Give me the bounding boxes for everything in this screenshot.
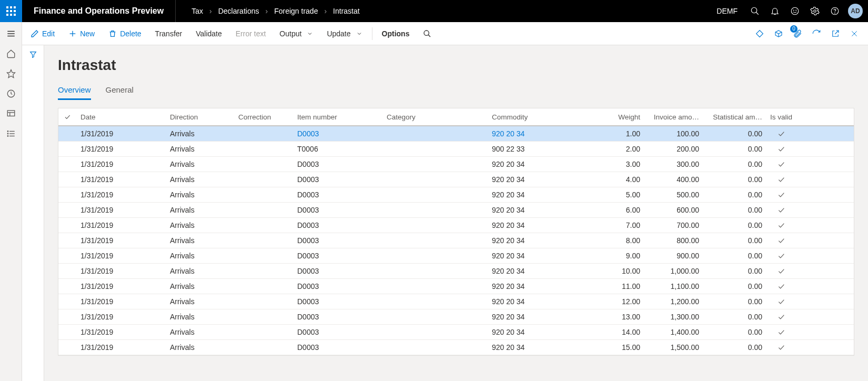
feedback-button[interactable] xyxy=(785,0,805,22)
options-button[interactable]: Options xyxy=(376,26,416,41)
cell-is-valid xyxy=(766,328,796,336)
table-row[interactable]: 1/31/2019ArrivalsD0003920 20 3410.001,00… xyxy=(58,264,854,279)
cell-weight: 15.00 xyxy=(593,343,644,352)
tab-general[interactable]: General xyxy=(106,83,134,100)
form-content: Intrastat Overview General Date Directio… xyxy=(44,45,868,381)
cell-is-valid xyxy=(766,206,796,214)
cell-invoice-amount: 900.00 xyxy=(644,252,703,260)
svg-rect-6 xyxy=(6,14,8,16)
table-row[interactable]: 1/31/2019ArrivalsD0003920 20 3411.001,10… xyxy=(58,279,854,294)
open-excel-button[interactable] xyxy=(769,24,788,43)
validate-button[interactable]: Validate xyxy=(189,26,228,41)
cell-direction: Arrivals xyxy=(166,190,234,199)
table-row[interactable]: 1/31/2019ArrivalsD0003920 20 341.00100.0… xyxy=(58,126,854,142)
settings-button[interactable] xyxy=(805,0,825,22)
table-row[interactable]: 1/31/2019ArrivalsD0003920 20 344.00400.0… xyxy=(58,172,854,187)
popout-button[interactable] xyxy=(826,24,845,43)
close-button[interactable] xyxy=(845,24,864,43)
favorites-button[interactable] xyxy=(6,68,16,79)
attachments-button[interactable]: 0 xyxy=(788,24,807,43)
output-dropdown[interactable]: Output xyxy=(273,26,319,41)
svg-point-36 xyxy=(7,133,8,134)
nav-toggle-button[interactable] xyxy=(0,22,22,45)
notifications-button[interactable] xyxy=(765,0,785,22)
header-right: DEMF AD xyxy=(709,0,868,22)
column-invoice-amount[interactable]: Invoice amo… xyxy=(644,113,703,121)
cell-weight: 6.00 xyxy=(593,206,644,214)
refresh-button[interactable] xyxy=(807,24,826,43)
filter-button[interactable] xyxy=(29,51,37,61)
breadcrumb-item[interactable]: Intrastat xyxy=(329,7,364,15)
cell-date: 1/31/2019 xyxy=(76,175,166,184)
column-is-valid[interactable]: Is valid xyxy=(766,113,796,121)
new-button[interactable]: New xyxy=(62,26,101,41)
edit-button[interactable]: Edit xyxy=(24,26,61,41)
column-date[interactable]: Date xyxy=(76,113,166,121)
table-row[interactable]: 1/31/2019ArrivalsD0003920 20 343.00300.0… xyxy=(58,157,854,172)
modules-button[interactable] xyxy=(6,128,16,139)
table-row[interactable]: 1/31/2019ArrivalsD0003920 20 349.00900.0… xyxy=(58,248,854,264)
column-commodity[interactable]: Commodity xyxy=(488,113,593,121)
table-row[interactable]: 1/31/2019ArrivalsT0006900 22 332.00200.0… xyxy=(58,142,854,157)
cell-direction: Arrivals xyxy=(166,297,234,306)
breadcrumb-item[interactable]: Tax xyxy=(187,7,207,15)
table-row[interactable]: 1/31/2019ArrivalsD0003920 20 345.00500.0… xyxy=(58,187,854,203)
tab-overview[interactable]: Overview xyxy=(58,83,91,100)
cell-statistical-amount: 0.00 xyxy=(703,175,766,184)
home-button[interactable] xyxy=(6,48,16,59)
column-item-number[interactable]: Item number xyxy=(293,113,382,121)
cell-is-valid xyxy=(766,343,796,352)
table-row[interactable]: 1/31/2019ArrivalsD0003920 20 347.00700.0… xyxy=(58,218,854,233)
cell-is-valid xyxy=(766,236,796,245)
cell-date: 1/31/2019 xyxy=(76,252,166,260)
svg-point-35 xyxy=(7,131,8,132)
table-row[interactable]: 1/31/2019ArrivalsD0003920 20 3413.001,30… xyxy=(58,309,854,325)
delete-button[interactable]: Delete xyxy=(102,26,147,41)
app-launcher-button[interactable] xyxy=(0,0,22,22)
company-label[interactable]: DEMF xyxy=(709,7,745,15)
smile-icon xyxy=(790,6,800,16)
recent-button[interactable] xyxy=(6,88,16,99)
check-icon xyxy=(777,236,785,245)
breadcrumb-item[interactable]: Declarations xyxy=(214,7,264,15)
svg-point-13 xyxy=(796,10,796,11)
cell-direction: Arrivals xyxy=(166,236,234,245)
svg-point-12 xyxy=(793,10,794,11)
workspaces-button[interactable] xyxy=(6,108,16,119)
table-row[interactable]: 1/31/2019ArrivalsD0003920 20 348.00800.0… xyxy=(58,233,854,248)
column-weight[interactable]: Weight xyxy=(593,113,644,121)
update-dropdown[interactable]: Update xyxy=(320,26,368,41)
svg-rect-5 xyxy=(14,10,16,12)
search-icon xyxy=(423,29,431,38)
filter-rail xyxy=(22,45,44,381)
breadcrumb-item[interactable]: Foreign trade xyxy=(270,7,322,15)
table-row[interactable]: 1/31/2019ArrivalsD0003920 20 346.00600.0… xyxy=(58,203,854,218)
cell-weight: 14.00 xyxy=(593,328,644,336)
table-row[interactable]: 1/31/2019ArrivalsD0003920 20 3414.001,40… xyxy=(58,325,854,340)
plus-icon xyxy=(68,29,77,38)
transfer-button[interactable]: Transfer xyxy=(149,26,189,41)
help-button[interactable] xyxy=(825,0,845,22)
column-category[interactable]: Category xyxy=(382,113,488,121)
column-statistical-amount[interactable]: Statistical am… xyxy=(703,113,766,121)
select-all-column[interactable] xyxy=(58,113,76,121)
cell-is-valid xyxy=(766,297,796,306)
svg-point-22 xyxy=(424,31,429,35)
table-row[interactable]: 1/31/2019ArrivalsD0003920 20 3412.001,20… xyxy=(58,294,854,309)
cell-invoice-amount: 300.00 xyxy=(644,160,703,168)
user-avatar[interactable]: AD xyxy=(848,4,863,18)
table-row[interactable]: 1/31/2019ArrivalsD0003920 20 3415.001,50… xyxy=(58,340,854,355)
column-correction[interactable]: Correction xyxy=(234,113,293,121)
svg-rect-1 xyxy=(10,6,12,8)
grid-body: 1/31/2019ArrivalsD0003920 20 341.00100.0… xyxy=(58,126,854,355)
search-button[interactable] xyxy=(745,0,765,22)
column-direction[interactable]: Direction xyxy=(166,113,234,121)
find-button[interactable] xyxy=(417,26,438,41)
cell-item-number: D0003 xyxy=(293,160,382,168)
svg-rect-4 xyxy=(10,10,12,12)
chevron-down-icon xyxy=(356,31,362,37)
cell-weight: 7.00 xyxy=(593,221,644,229)
cell-commodity: 920 20 34 xyxy=(488,236,593,245)
related-info-button[interactable] xyxy=(750,24,769,43)
cell-weight: 1.00 xyxy=(593,129,644,138)
